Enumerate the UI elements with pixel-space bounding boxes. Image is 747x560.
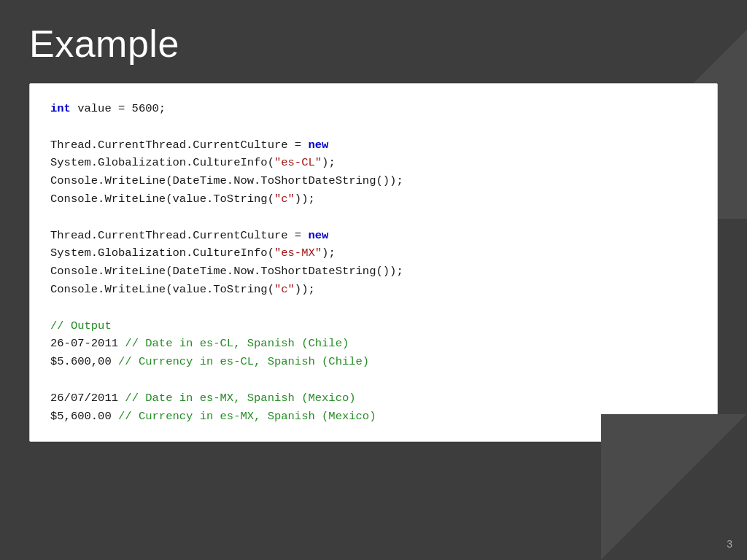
- code-line-blank-3: [50, 299, 697, 317]
- code-line-1: int value = 5600;: [50, 100, 697, 118]
- comment-currency-mx: // Currency in es-MX, Spanish (Mexico): [118, 410, 376, 423]
- code-line-date-mx: 26/07/2011 // Date in es-MX, Spanish (Me…: [50, 389, 697, 408]
- code-line-4: System.Globalization.CultureInfo("es-CL"…: [50, 154, 697, 172]
- code-line-9: System.Globalization.CultureInfo("es-MX"…: [50, 244, 697, 262]
- code-text: Thread.CurrentThread.CurrentCulture =: [50, 139, 308, 152]
- keyword-new-2: new: [308, 229, 328, 242]
- code-text: Console.WriteLine(value.ToString(: [50, 283, 274, 296]
- code-text: Thread.CurrentThread.CurrentCulture =: [50, 229, 308, 242]
- code-line-3: Thread.CurrentThread.CurrentCulture = ne…: [50, 136, 697, 155]
- code-text: $5,600.00: [50, 410, 118, 423]
- code-text: System.Globalization.CultureInfo(: [50, 156, 274, 169]
- string-es-mx: "es-MX": [274, 246, 322, 260]
- code-text: System.Globalization.CultureInfo(: [50, 246, 274, 260]
- code-text: ));: [295, 192, 315, 206]
- code-line-5: Console.WriteLine(DateTime.Now.ToShortDa…: [50, 172, 697, 190]
- string-c-2: "c": [274, 283, 295, 296]
- code-line-8: Thread.CurrentThread.CurrentCulture = ne…: [50, 227, 697, 245]
- code-text: 26/07/2011: [50, 392, 125, 405]
- code-line-blank-4: [50, 371, 697, 389]
- keyword-int: int: [50, 102, 71, 115]
- page-number: 3: [727, 538, 732, 550]
- code-text: $5.600,00: [50, 355, 118, 368]
- code-text: );: [322, 156, 336, 169]
- code-text: Console.WriteLine(DateTime.Now.ToShortDa…: [50, 265, 403, 278]
- slide-title: Example: [29, 22, 718, 66]
- string-es-cl: "es-CL": [274, 156, 322, 169]
- code-text: value = 5600;: [71, 102, 166, 115]
- code-text: );: [322, 246, 336, 260]
- code-line-date-cl: 26-07-2011 // Date in es-CL, Spanish (Ch…: [50, 335, 697, 353]
- comment-currency-cl: // Currency in es-CL, Spanish (Chile): [118, 355, 369, 368]
- comment-date-mx: // Date in es-MX, Spanish (Mexico): [125, 392, 355, 405]
- code-text: 26-07-2011: [50, 337, 125, 350]
- code-line-11: Console.WriteLine(value.ToString("c"));: [50, 281, 697, 299]
- code-line-currency-cl: $5.600,00 // Currency in es-CL, Spanish …: [50, 353, 697, 371]
- code-line-blank-1: [50, 118, 697, 136]
- code-text: Console.WriteLine(value.ToString(: [50, 192, 274, 206]
- keyword-new-1: new: [308, 139, 328, 152]
- code-line-blank-2: [50, 209, 697, 227]
- code-text: ));: [295, 283, 315, 296]
- code-text: Console.WriteLine(DateTime.Now.ToShortDa…: [50, 174, 403, 187]
- slide: Example int value = 5600; Thread.Current…: [0, 0, 747, 560]
- code-block: int value = 5600; Thread.CurrentThread.C…: [29, 83, 718, 442]
- code-line-10: Console.WriteLine(DateTime.Now.ToShortDa…: [50, 262, 697, 281]
- code-line-currency-mx: $5,600.00 // Currency in es-MX, Spanish …: [50, 408, 697, 426]
- code-line-6: Console.WriteLine(value.ToString("c"));: [50, 190, 697, 209]
- code-comment-output: // Output: [50, 317, 697, 335]
- string-c-1: "c": [274, 192, 295, 206]
- comment-date-cl: // Date in es-CL, Spanish (Chile): [125, 337, 349, 350]
